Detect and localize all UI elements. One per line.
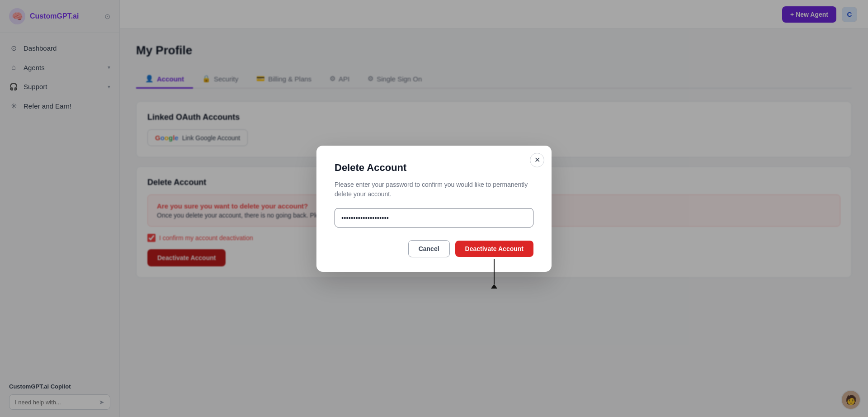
arrow-annotation	[491, 259, 497, 289]
modal-deactivate-button[interactable]: Deactivate Account	[455, 241, 533, 257]
password-input[interactable]	[335, 208, 533, 227]
modal-actions: Cancel Deactivate Account	[335, 240, 533, 257]
delete-account-modal: ✕ Delete Account Please enter your passw…	[316, 146, 552, 272]
modal-overlay[interactable]: ✕ Delete Account Please enter your passw…	[0, 0, 868, 417]
deactivate-btn-wrapper: Deactivate Account	[455, 241, 533, 257]
modal-description: Please enter your password to confirm yo…	[335, 180, 533, 199]
modal-title: Delete Account	[335, 162, 533, 174]
modal-cancel-button[interactable]: Cancel	[408, 240, 450, 257]
arrow-head	[491, 284, 497, 289]
modal-close-button[interactable]: ✕	[530, 153, 544, 167]
arrow-line	[494, 259, 495, 284]
